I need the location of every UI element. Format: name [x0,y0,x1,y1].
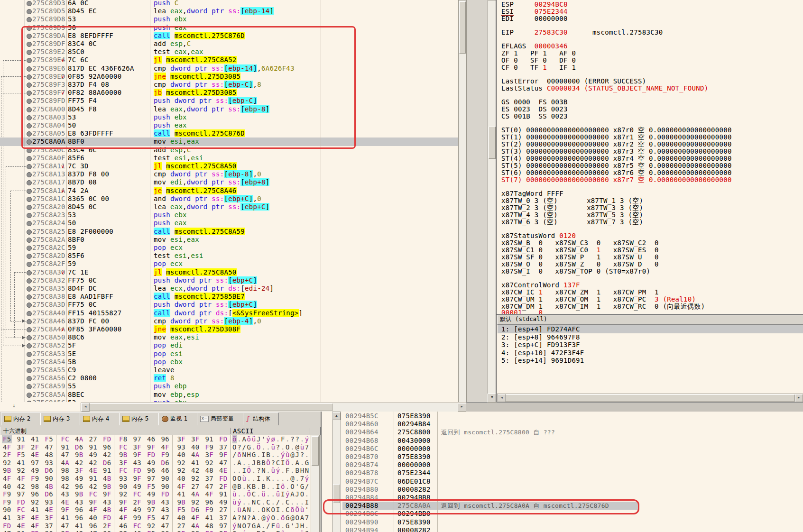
dump-byte[interactable]: F5 [147,530,155,532]
breakpoint-dot[interactable] [27,58,32,63]
register-line[interactable]: x87SW_O 0 x87SW_Z 0 x87SW_D 0 [501,261,659,268]
dump-byte[interactable]: 4F [119,506,127,514]
dump-byte[interactable]: 92 [31,498,39,506]
disasm-row[interactable]: 275C89D950push eax [0,24,458,32]
dump-byte[interactable]: D6 [161,459,169,467]
disasm-row[interactable]: 275C89E6817D EC 436F626Acmp dword ptr ss… [0,64,458,73]
dump-byte[interactable]: 90 [161,475,169,483]
disasm-row[interactable]: 275C8A2C59pop ecx [0,244,458,252]
dump-byte[interactable]: F9 [205,443,213,451]
dump-byte[interactable]: 92 [147,522,155,530]
dump-byte[interactable]: 48 [45,451,53,459]
dump-byte[interactable]: 47 [61,451,69,459]
dump-byte[interactable]: 2F [31,443,39,451]
breakpoint-dot[interactable] [27,180,32,185]
dump-byte[interactable]: 91 [89,475,97,483]
dump-byte[interactable]: 97 [147,506,155,514]
dump-byte[interactable]: 47 [205,483,213,491]
dump-byte[interactable]: 3F [75,467,83,475]
dump-byte[interactable]: 40 [89,514,97,522]
tab-struct[interactable]: ∫结构体 [243,413,279,425]
register-line[interactable]: x87TagWord FFFF [501,190,563,197]
dump-byte[interactable]: F5 [147,514,155,522]
registers-horizontal-scrollbar[interactable]: ◄ ► [497,394,803,402]
breakpoint-dot[interactable] [27,42,32,47]
register-line[interactable]: EDI 00000000 [501,15,568,22]
dump-byte[interactable]: 4F [3,475,11,483]
dump-byte[interactable]: 4E [45,506,53,514]
dump-byte[interactable]: 4B [103,475,111,483]
disasm-row[interactable]: 275C8A545Bpop ebx [0,358,458,366]
disasm-vscroll-thumb[interactable] [459,1,466,54]
breakpoint-dot[interactable] [27,294,32,300]
dump-byte[interactable]: 91 [89,443,97,451]
dump-byte[interactable]: 96 [75,506,83,514]
dump-row[interactable]: 4042984B4296429B9049F5904F27472F@B.KB.B.… [0,483,311,491]
register-line[interactable]: x87TW_6 3 (空) x87TW_7 3 (空) [501,219,643,226]
dump-byte[interactable]: D6 [45,490,53,498]
dump-byte[interactable]: 91 [205,435,213,443]
dump-byte[interactable]: 2F [3,451,11,459]
dump-row[interactable]: 2FF54E48479B49429B9FFDF9404A3F9F/õNHG.IB… [0,451,311,459]
dump-byte[interactable]: 92 [3,459,11,467]
dump-byte[interactable]: 4A [75,435,83,443]
dump-byte[interactable]: 42 [89,459,97,467]
dump-byte[interactable]: 97 [31,459,39,467]
dump-ascii[interactable]: õ.AõüJ'ýø.F.??.ý [232,435,310,443]
horizontal-splitter[interactable] [466,402,803,413]
register-line[interactable]: EFLAGS 00000346 [501,43,568,50]
disasm-row[interactable]: 275C8A1A∨74 2Aje mscomctl.275C8A46 [0,187,458,195]
dump-byte[interactable]: F5 [45,435,53,443]
breakpoint-dot[interactable] [27,156,32,161]
dump-byte[interactable]: FC [89,490,97,498]
tab-locals[interactable]: x=局部变量 [197,413,243,425]
register-line[interactable]: ES 0023 DS 0023 [501,106,568,113]
dump-byte[interactable]: 9B [147,498,155,506]
dump-byte[interactable]: 4A [191,451,199,459]
disasm-row[interactable]: 275C89E4∨7C 6Cjl mscomctl.275C8A52 [0,56,458,64]
dump-byte[interactable]: 4B [103,506,111,514]
dump-byte[interactable]: FD [3,522,11,530]
dump-byte[interactable]: 47 [219,459,227,467]
dump-byte[interactable]: 3F [191,435,199,443]
register-line[interactable]: x87TW_4 3 (空) x87TW_5 3 (空) [501,211,643,219]
dump-byte[interactable]: 3F [119,459,127,467]
dump-byte[interactable]: FC [119,467,127,475]
dump-byte[interactable]: FD [219,435,227,443]
disasm-row[interactable]: 275C89ED∨0F85 92A60000jne mscomctl.275D3… [0,73,458,81]
dump-byte[interactable]: 27 [177,522,185,530]
disasm-row[interactable]: 275C89FDFF75 F4push dword ptr ss:[ebp-C] [0,97,458,105]
breakpoint-dot[interactable] [27,115,32,120]
dump-byte[interactable]: FD [147,451,155,459]
register-line[interactable]: x87TW_2 3 (空) x87TW_3 3 (空) [501,204,643,211]
breakpoint-dot[interactable] [27,164,32,169]
breakpoint-dot[interactable] [27,9,32,14]
tab-memory[interactable]: 内存 4 [80,413,120,425]
dump-byte[interactable]: 4E [89,467,97,475]
breakpoint-dot[interactable] [27,278,32,284]
dump-byte[interactable]: 9F [89,498,97,506]
dump-byte[interactable]: 2F [133,498,141,506]
dump-byte[interactable]: 91 [17,435,25,443]
dump-byte[interactable]: 3F [17,514,25,522]
dump-ascii[interactable]: ýNO7GA./Fü.G'JH. [232,522,310,530]
dump-byte[interactable]: 47 [161,514,169,522]
disasm-row[interactable]: 275C8A2353push ebx [0,211,458,219]
dump-byte[interactable]: 9B [177,498,185,506]
disasm-row[interactable]: 275C8A008D45 F8lea eax,dword ptr ss:[ebp… [0,105,458,113]
dump-byte[interactable]: 9F [147,443,155,451]
dump-byte[interactable]: 43 [161,506,169,514]
dump-byte[interactable]: 41 [3,514,11,522]
disasm-row[interactable]: 275C8A0353push ebx [0,113,458,121]
dump-byte[interactable]: 90 [45,530,53,532]
dump-byte[interactable]: 4F [191,514,199,522]
dump-ascii[interactable]: ..IÖ.?N.üý.F.BHN [232,467,310,475]
disasm-row[interactable]: 275C8A5955push ebp [0,382,458,390]
disasm-row[interactable]: 275C8A5A8BECmov ebp,esp [0,391,458,399]
breakpoint-dot[interactable] [27,139,32,145]
dump-byte[interactable]: 91 [219,490,227,498]
dump-byte[interactable]: 41 [17,459,25,467]
register-line[interactable]: CS 001B SS 0023 [501,113,568,120]
dump-byte[interactable]: 49 [147,490,155,498]
dump-byte[interactable]: 92 [17,467,25,475]
